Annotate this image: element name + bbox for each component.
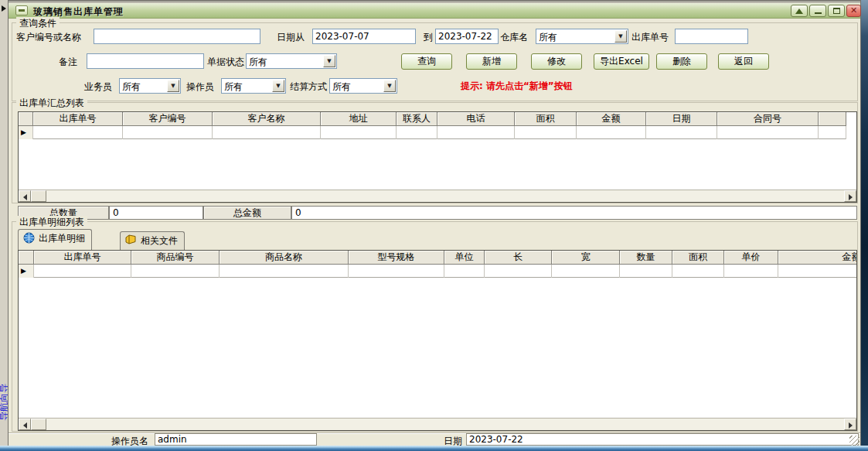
warehouse-select[interactable]: 所有 ▼ [536, 29, 628, 44]
salesman-label: 业务员 [84, 80, 112, 94]
up-arrow-icon [795, 9, 803, 14]
scroll-left-button[interactable] [19, 190, 31, 202]
grid-cell[interactable] [672, 265, 724, 278]
globe-icon [23, 232, 35, 246]
table-row[interactable]: ▶ [19, 126, 846, 139]
minimize-button[interactable] [809, 5, 826, 17]
export-excel-button[interactable]: 导出Excel [594, 53, 649, 70]
selector-column-header [19, 112, 33, 126]
tab-related-files[interactable]: 相关文件 [120, 231, 185, 250]
grid-cell[interactable] [552, 265, 620, 278]
grid-cell[interactable] [778, 265, 857, 278]
close-button[interactable]: ✕ [846, 5, 861, 17]
chevron-down-icon[interactable]: ▼ [167, 80, 179, 92]
column-header: 面积 [515, 112, 577, 126]
grid-cell[interactable] [321, 126, 397, 139]
grid-cell[interactable] [34, 265, 131, 278]
grid-cell[interactable] [485, 265, 552, 278]
column-header: 金额 [577, 112, 646, 126]
grid-cell[interactable] [717, 126, 819, 139]
table-row[interactable]: ▶ [19, 265, 857, 278]
column-header: 数量 [620, 251, 672, 265]
salesman-select[interactable]: 所有 ▼ [119, 78, 181, 94]
scroll-right-button[interactable] [844, 419, 856, 430]
grid-cell[interactable] [33, 126, 123, 139]
chevron-down-icon[interactable]: ▼ [383, 80, 396, 92]
grid-cell[interactable] [724, 265, 778, 278]
operator-select[interactable]: 所有 ▼ [221, 78, 286, 94]
column-header: 金额 [778, 251, 857, 265]
grid-cell[interactable] [437, 126, 515, 139]
total-qty-value: 0 [109, 206, 203, 220]
chevron-down-icon[interactable]: ▼ [323, 55, 335, 67]
expand-panel-icon[interactable] [2, 5, 6, 12]
grid-cell[interactable] [819, 126, 846, 139]
scroll-right-button[interactable] [844, 190, 856, 202]
summary-group-title: 出库单汇总列表 [16, 97, 87, 110]
order-no-input[interactable] [675, 29, 748, 44]
search-button[interactable]: 查询 [401, 53, 452, 70]
column-header: 面积 [672, 251, 724, 265]
grid-cell[interactable] [131, 265, 220, 278]
maximize-button[interactable] [828, 5, 845, 17]
date-to-input[interactable] [435, 29, 499, 44]
grid-cell[interactable] [515, 126, 577, 139]
grid-cell[interactable] [444, 265, 485, 278]
date-to-label: 到 [424, 31, 433, 44]
scrollbar-thumb[interactable] [31, 190, 46, 202]
grid-cell[interactable] [646, 126, 717, 139]
column-header: 宽 [552, 251, 620, 265]
settlement-select[interactable]: 所有 ▼ [329, 78, 397, 94]
chevron-down-icon[interactable]: ▼ [272, 80, 284, 92]
status-date-label: 日期 [444, 435, 462, 448]
doc-status-select[interactable]: 所有 ▼ [246, 53, 337, 69]
column-header: 单价 [724, 251, 778, 265]
titlebar[interactable]: 玻璃销售出库单管理 ✕ [9, 3, 860, 19]
window-menu-button[interactable] [15, 5, 28, 15]
grid-cell[interactable] [349, 265, 444, 278]
operator-name-label: 操作员名 [111, 435, 148, 448]
tab-detail-label: 出库单明细 [39, 233, 85, 244]
row-selector-icon: ▶ [19, 126, 33, 139]
scrollbar-thumb[interactable] [31, 419, 46, 430]
add-button[interactable]: 新增 [466, 53, 517, 70]
column-header: 长 [485, 251, 552, 265]
customer-input[interactable] [94, 29, 260, 44]
scroll-right-icon [849, 194, 853, 200]
status-date-value: 2023-07-22 [466, 433, 859, 446]
query-group-title: 查询条件 [16, 17, 60, 30]
operator-name-value: admin [155, 433, 317, 446]
doc-status-label: 单据状态 [207, 56, 244, 69]
chevron-down-icon[interactable]: ▼ [614, 30, 627, 43]
horizontal-scrollbar[interactable] [19, 418, 856, 430]
tab-related-files-label: 相关文件 [141, 235, 178, 246]
maximize-icon [833, 8, 840, 14]
detail-group-title: 出库单明细列表 [16, 216, 87, 229]
restore-button[interactable] [791, 5, 808, 17]
grid-cell[interactable] [620, 265, 672, 278]
summary-grid[interactable]: 出库单号客户编号客户名称地址联系人电话面积金额日期合同号 ▶ [18, 111, 857, 203]
return-button[interactable]: 返回 [718, 53, 769, 70]
scroll-right-icon [849, 422, 853, 429]
grid-cell[interactable] [397, 126, 437, 139]
column-header: 日期 [646, 112, 717, 126]
grid-cell[interactable] [123, 126, 213, 139]
grid-cell[interactable] [577, 126, 646, 139]
remark-label: 备注 [59, 56, 77, 69]
grid-cell[interactable] [213, 126, 321, 139]
detail-grid[interactable]: 出库单号商品编号商品名称型号规格单位长宽数量面积单价金额 ▶ [18, 250, 857, 431]
column-header: 客户编号 [123, 112, 213, 126]
delete-button[interactable]: 删除 [656, 53, 707, 70]
column-header: 地址 [321, 112, 397, 126]
date-from-input[interactable] [312, 29, 416, 44]
grid-cell[interactable] [220, 265, 349, 278]
minus-icon [19, 9, 25, 12]
remark-input[interactable] [87, 53, 204, 69]
customer-label: 客户编号或名称 [16, 31, 81, 44]
date-from-label: 日期从 [277, 31, 305, 44]
horizontal-scrollbar[interactable] [19, 190, 856, 202]
resize-grip[interactable] [849, 436, 859, 446]
edit-button[interactable]: 修改 [531, 53, 582, 70]
tab-detail[interactable]: 出库单明细 [18, 229, 92, 250]
scroll-left-button[interactable] [19, 419, 31, 430]
